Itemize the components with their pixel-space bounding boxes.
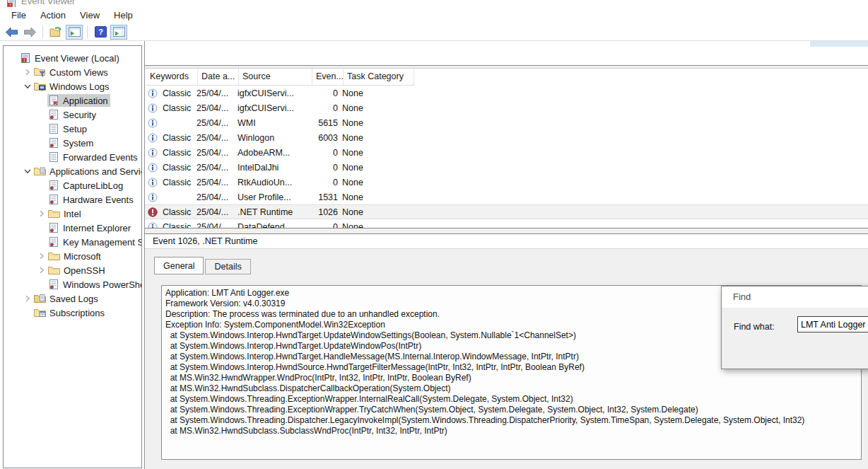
tree-item-label: Hardware Events (63, 195, 134, 205)
sidebar-item-setup[interactable]: Setup (4, 122, 141, 136)
event-row[interactable]: Classic25/04/...RtkAudioUn...0None (145, 175, 868, 190)
tree-item-label: Forwarded Events (63, 152, 138, 163)
sidebar-item-intel[interactable]: Intel (4, 207, 141, 221)
tree-item-body: OpenSSH (47, 265, 107, 277)
keywords-cell: Classic (145, 222, 197, 228)
event-detail-title: Event 1026, .NET Runtime (145, 234, 868, 249)
find-what-input[interactable] (797, 316, 868, 332)
date-cell: 25/04/... (197, 118, 237, 128)
help-button[interactable]: ? (92, 25, 109, 40)
sidebar-item-windows-powershell[interactable]: Windows PowerShell (4, 277, 141, 291)
forward-button[interactable] (21, 25, 38, 40)
toggle-action-pane-button[interactable] (110, 25, 127, 40)
event-row[interactable]: Classic25/04/...IntelDalJhi0None (145, 160, 868, 175)
source-cell: WMI (237, 118, 311, 128)
event-viewer-app-icon (6, 0, 17, 7)
sidebar-item-saved-logs[interactable]: Saved Logs (4, 291, 141, 306)
sidebar-item-applications-and-services[interactable]: Applications and Services (4, 164, 141, 178)
tree-item-label: Windows Logs (49, 81, 110, 92)
event-log-icon (48, 222, 59, 233)
tree-item-body: Internet Explorer (47, 221, 133, 234)
event-log-icon (48, 236, 59, 248)
sidebar-item-microsoft[interactable]: Microsoft (4, 249, 141, 263)
subscriptions-folder-icon (34, 308, 46, 318)
tree-item-label: Intel (64, 209, 81, 219)
expanded-expander-icon[interactable] (22, 83, 33, 90)
open-folder-icon (49, 26, 63, 37)
menu-help[interactable]: Help (107, 8, 140, 23)
event-log-icon (48, 194, 59, 205)
tree-item-body: Security (47, 108, 98, 121)
collapsed-expander-icon[interactable] (36, 267, 47, 274)
back-button[interactable] (3, 25, 20, 40)
sidebar-item-event-viewer-local[interactable]: Event Viewer (Local) (4, 51, 141, 65)
column-header-even[interactable]: Even... (312, 69, 344, 85)
collapsed-expander-icon[interactable] (36, 210, 47, 217)
keyword-text: Classic (163, 88, 191, 98)
information-level-icon (148, 163, 158, 173)
collapsed-expander-icon[interactable] (22, 295, 33, 302)
menu-file[interactable]: File (4, 8, 33, 23)
sidebar-item-openssh[interactable]: OpenSSH (4, 263, 141, 277)
tree-item-label: OpenSSH (64, 265, 105, 276)
column-header-date-a[interactable]: Date a... (198, 69, 239, 85)
date-cell: 25/04/... (197, 163, 237, 173)
sidebar-item-system[interactable]: System (4, 136, 141, 150)
event-row[interactable]: Classic25/04/...AdobeARM...0None (145, 145, 868, 160)
menu-view[interactable]: View (73, 8, 107, 23)
sidebar-item-hardware-events[interactable]: Hardware Events (4, 192, 141, 207)
sidebar-item-internet-explorer[interactable]: Internet Explorer (4, 221, 141, 235)
sidebar-item-forwarded-events[interactable]: Forwarded Events (4, 150, 141, 164)
find-dialog-titlebar[interactable]: Find (722, 286, 868, 308)
event-log-app-icon (48, 95, 59, 106)
event-id-cell: 0 (311, 178, 342, 187)
date-cell: 25/04/... (197, 103, 237, 113)
event-list: Classic25/04/...igfxCUIServi...0NoneClas… (145, 86, 868, 228)
event-row[interactable]: Classic25/04/...Winlogon6003None (145, 130, 868, 145)
keywords-cell (145, 192, 197, 202)
menu-action[interactable]: Action (33, 8, 73, 23)
tree-item-body: Microsoft (47, 250, 103, 262)
column-header-keywords[interactable]: Keywords (146, 69, 198, 85)
event-id-cell: 0 (311, 148, 342, 158)
event-row[interactable]: 25/04/...User Profile...1531None (145, 190, 868, 204)
tab-details[interactable]: Details (205, 259, 250, 274)
sidebar-item-custom-views[interactable]: Custom Views (4, 65, 141, 79)
custom-views-folder-icon (34, 67, 46, 78)
event-row[interactable]: Classic25/04/...igfxCUIServi...0None (145, 100, 868, 115)
event-row[interactable]: Classic25/04/...DataDefend...0None (145, 219, 868, 228)
event-viewer-icon (20, 52, 31, 64)
keywords-cell: Classic (145, 88, 197, 98)
task-category-cell: None (342, 133, 413, 143)
event-row[interactable]: Classic25/04/...igfxCUIServi...0None (145, 86, 868, 100)
keywords-cell (145, 118, 197, 128)
horizontal-splitter[interactable] (145, 228, 868, 234)
svg-text:?: ? (98, 28, 103, 36)
folder-icon (48, 251, 60, 261)
event-id-cell: 1026 (311, 207, 342, 217)
error-level-icon (148, 207, 158, 217)
open-saved-log-button[interactable] (47, 25, 64, 40)
folder-icon (48, 265, 60, 275)
tab-general[interactable]: General (154, 257, 204, 274)
keyword-text: Classic (163, 163, 191, 173)
event-id-cell: 0 (311, 222, 342, 228)
sidebar-item-key-management-serv[interactable]: Key Management Serv (4, 235, 141, 249)
event-id-cell: 0 (311, 163, 342, 173)
collapsed-expander-icon[interactable] (22, 69, 33, 76)
sidebar-item-subscriptions[interactable]: Subscriptions (4, 306, 141, 320)
sidebar-item-captureliblog[interactable]: CaptureLibLog (4, 178, 141, 192)
window-titlebar[interactable]: Event Viewer (0, 0, 868, 7)
menu-bar: FileActionViewHelp (0, 7, 868, 23)
collapsed-expander-icon[interactable] (36, 253, 47, 260)
forward-arrow-icon (23, 27, 37, 37)
event-row[interactable]: Classic25/04/....NET Runtime1026None (145, 204, 868, 219)
sidebar-item-application[interactable]: Application (4, 93, 141, 108)
toggle-console-tree-button[interactable] (66, 25, 83, 40)
column-header-task-category[interactable]: Task Category (344, 69, 414, 85)
event-row[interactable]: 25/04/...WMI5615None (145, 115, 868, 130)
expanded-expander-icon[interactable] (22, 168, 33, 175)
column-header-source[interactable]: Source (239, 69, 312, 85)
sidebar-item-security[interactable]: Security (4, 108, 141, 122)
sidebar-item-windows-logs[interactable]: Windows Logs (4, 79, 141, 93)
